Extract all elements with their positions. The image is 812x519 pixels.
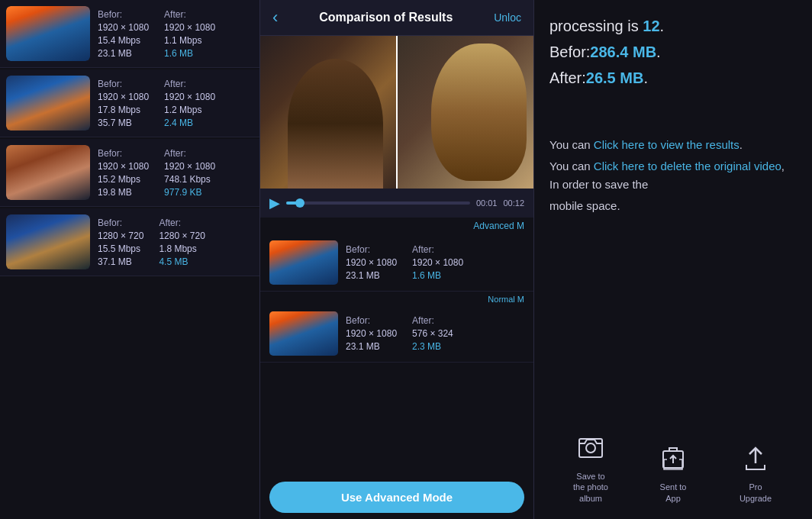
spacer bbox=[549, 105, 797, 136]
desc-prefix-1: You can bbox=[549, 138, 594, 151]
cmp-before-res-1: 1920 × 1080 bbox=[346, 257, 397, 268]
after-label-4: After: bbox=[159, 218, 205, 228]
delete-video-link[interactable]: Click here to delete the original video bbox=[594, 160, 781, 172]
video-item-2[interactable]: Befor: 1920 × 1080 17.8 Mbps 35.7 MB Aft… bbox=[0, 69, 259, 137]
video-thumb-4 bbox=[6, 214, 90, 269]
video-info-1: Befor: 1920 × 1080 15.4 Mbps 23.1 MB Aft… bbox=[98, 9, 253, 59]
video-thumb-2 bbox=[6, 76, 90, 131]
before-size-1: 23.1 MB bbox=[98, 48, 149, 59]
cmp-after-res-2: 576 × 324 bbox=[412, 328, 453, 339]
processing-count: 12 bbox=[643, 18, 659, 34]
compare-info-1: Befor: 1920 × 1080 23.1 MB After: 1920 ×… bbox=[346, 244, 463, 281]
cmp-after-label-2: After: bbox=[412, 315, 453, 326]
video-item-3[interactable]: Befor: 1920 × 1080 15.2 Mbps 19.8 MB Aft… bbox=[0, 139, 259, 207]
svg-point-1 bbox=[586, 443, 595, 453]
desc-line-1: You can Click here to view the results. bbox=[549, 136, 797, 154]
right-panel: processing is 12. Befor:286.4 MB. After:… bbox=[534, 0, 812, 519]
pro-upgrade-button[interactable]: ProUpgrade bbox=[737, 440, 774, 504]
before-value: 286.4 MB bbox=[590, 44, 656, 60]
back-button[interactable]: ‹ bbox=[272, 9, 278, 26]
after-label-3: After: bbox=[164, 148, 215, 159]
processing-stat: processing is 12. bbox=[549, 15, 797, 37]
pro-upgrade-label: ProUpgrade bbox=[740, 482, 772, 504]
before-res-2: 1920 × 1080 bbox=[98, 92, 149, 102]
upload-icon bbox=[737, 440, 774, 477]
play-button[interactable]: ▶ bbox=[269, 195, 280, 211]
after-size-2: 2.4 MB bbox=[164, 118, 215, 128]
unlock-button[interactable]: Unloc bbox=[494, 11, 521, 24]
after-label-1: After: bbox=[164, 9, 215, 20]
desc-line-2: You can Click here to delete the origina… bbox=[549, 157, 797, 194]
before-label-1: Befor: bbox=[98, 9, 149, 20]
playback-bar: ▶ 00:01 00:12 bbox=[260, 189, 533, 218]
after-size-1: 1.6 MB bbox=[164, 48, 215, 59]
cmp-after-size-1: 1.6 MB bbox=[412, 270, 463, 281]
save-photo-label: Save tothe photoalbum bbox=[573, 471, 608, 504]
cmp-before-size-2: 23.1 MB bbox=[346, 341, 397, 352]
after-size-4: 4.5 MB bbox=[159, 256, 205, 267]
before-prefix: Befor: bbox=[549, 44, 590, 60]
bottom-actions: Save tothe photoalbum Sent toApp bbox=[549, 414, 797, 504]
compare-thumb-1 bbox=[269, 240, 338, 285]
before-label-4: Befor: bbox=[98, 218, 143, 228]
before-suffix: . bbox=[656, 44, 661, 60]
left-panel: Befor: 1920 × 1080 15.4 Mbps 23.1 MB Aft… bbox=[0, 0, 259, 519]
after-res-3: 1920 × 1080 bbox=[164, 161, 215, 172]
send-app-button[interactable]: Sent toApp bbox=[655, 440, 691, 504]
compare-after-video bbox=[397, 36, 533, 189]
middle-header: ‹ Comparison of Results Unloc bbox=[260, 0, 533, 36]
before-size-2: 35.7 MB bbox=[98, 118, 149, 128]
video-item-1[interactable]: Befor: 1920 × 1080 15.4 Mbps 23.1 MB Aft… bbox=[0, 0, 259, 68]
stats-section: processing is 12. Befor:286.4 MB. After:… bbox=[549, 15, 797, 93]
before-label-3: Befor: bbox=[98, 148, 149, 159]
video-info-4: Befor: 1280 × 720 15.5 Mbps 37.1 MB Afte… bbox=[98, 218, 253, 267]
desc-suffix-1: . bbox=[740, 138, 743, 151]
after-res-4: 1280 × 720 bbox=[159, 230, 205, 241]
video-thumb-3 bbox=[6, 145, 90, 200]
progress-handle[interactable] bbox=[295, 198, 304, 208]
after-size-3: 977.9 KB bbox=[164, 187, 215, 198]
middle-panel: ‹ Comparison of Results Unloc ▶ 00:01 00… bbox=[259, 0, 534, 519]
before-bitrate-2: 17.8 Mbps bbox=[98, 105, 149, 115]
description-section: You can Click here to view the results. … bbox=[549, 136, 797, 218]
upload-svg bbox=[742, 445, 769, 472]
compare-item-1[interactable]: Befor: 1920 × 1080 23.1 MB After: 1920 ×… bbox=[260, 234, 533, 292]
compare-thumb-2 bbox=[269, 311, 338, 356]
after-value: 26.5 MB bbox=[586, 69, 644, 86]
before-bitrate-3: 15.2 Mbps bbox=[98, 174, 149, 185]
cmp-before-size-1: 23.1 MB bbox=[346, 270, 397, 281]
before-res-3: 1920 × 1080 bbox=[98, 161, 149, 172]
cmp-after-label-1: After: bbox=[412, 244, 463, 255]
photo-svg bbox=[577, 434, 604, 462]
progress-fill bbox=[286, 201, 301, 205]
after-res-1: 1920 × 1080 bbox=[164, 22, 215, 33]
video-item-4[interactable]: Befor: 1280 × 720 15.5 Mbps 37.1 MB Afte… bbox=[0, 208, 259, 276]
save-photo-button[interactable]: Save tothe photoalbum bbox=[572, 430, 609, 504]
progress-track[interactable] bbox=[286, 201, 470, 205]
view-results-link[interactable]: Click here to view the results bbox=[594, 138, 740, 151]
time-start: 00:01 bbox=[476, 198, 498, 208]
desc-line-3: mobile space. bbox=[549, 197, 797, 215]
advanced-mode-label: Advanced M bbox=[260, 218, 533, 234]
after-res-2: 1920 × 1080 bbox=[164, 92, 215, 102]
compare-divider[interactable] bbox=[396, 36, 398, 189]
cmp-after-res-1: 1920 × 1080 bbox=[412, 257, 463, 268]
processing-prefix: processing is bbox=[549, 18, 643, 34]
compare-item-2[interactable]: Befor: 1920 × 1080 23.1 MB After: 576 × … bbox=[260, 305, 533, 363]
svg-rect-0 bbox=[579, 439, 602, 457]
cmp-after-size-2: 2.3 MB bbox=[412, 341, 453, 352]
after-label-2: After: bbox=[164, 79, 215, 89]
after-bitrate-3: 748.1 Kbps bbox=[164, 174, 215, 185]
cmp-before-res-2: 1920 × 1080 bbox=[346, 328, 397, 339]
use-advanced-button[interactable]: Use Advanced Mode bbox=[269, 482, 524, 513]
share-svg bbox=[659, 445, 687, 472]
video-compare-area bbox=[260, 36, 533, 189]
before-bitrate-4: 15.5 Mbps bbox=[98, 243, 143, 254]
before-size-4: 37.1 MB bbox=[98, 256, 143, 267]
cmp-before-label-1: Befor: bbox=[346, 244, 397, 255]
after-stat: After:26.5 MB. bbox=[549, 67, 797, 89]
send-app-label: Sent toApp bbox=[660, 482, 687, 504]
video-info-3: Befor: 1920 × 1080 15.2 Mbps 19.8 MB Aft… bbox=[98, 148, 253, 198]
time-end: 00:12 bbox=[503, 198, 524, 208]
before-res-4: 1280 × 720 bbox=[98, 230, 143, 241]
